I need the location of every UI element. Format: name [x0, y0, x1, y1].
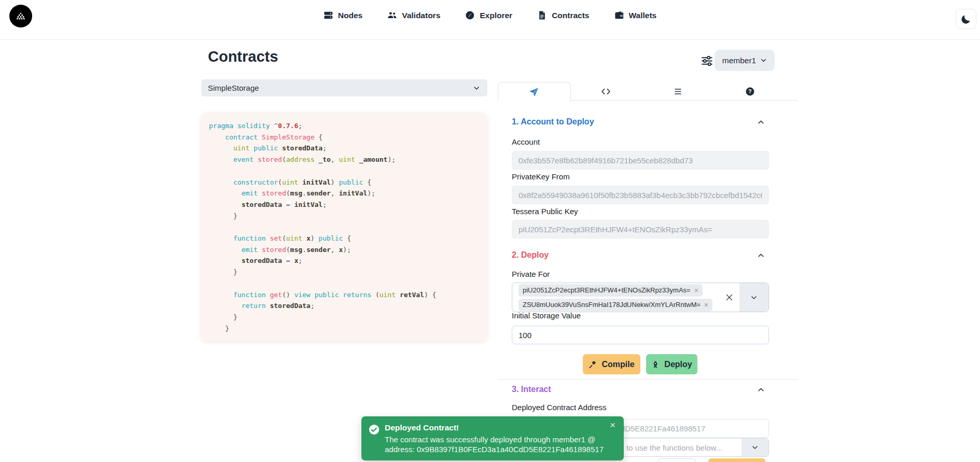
private-for-chips: piU2051ZcP2ecpt3REthHJFW4+tENOsZikRpz33y…	[512, 283, 719, 312]
nav-item-contracts[interactable]: Contracts	[537, 10, 589, 20]
nav-item-label: Explorer	[480, 11, 512, 20]
compass-icon	[465, 10, 475, 20]
tessera-label: Tessera Public Key	[512, 207, 578, 216]
compile-button[interactable]: Compile	[583, 354, 640, 374]
code-line: }	[209, 267, 436, 278]
theme-toggle-button[interactable]	[956, 9, 976, 29]
privatekey-field	[512, 186, 769, 204]
cutoff-button-primary[interactable]	[708, 458, 765, 462]
code-line: function get() view public returns (uint…	[209, 289, 436, 301]
toast-message-line1: The contract was successfully deployed t…	[385, 435, 595, 444]
toast-message-line2: address: 0x9B8397f1B0FEcD3a1a40CdD5E8221…	[385, 445, 604, 454]
dots-logo-icon	[15, 10, 26, 22]
code-line: constructor(uint initVal) public {	[209, 177, 436, 188]
wallet-icon	[614, 10, 624, 20]
list-icon	[673, 87, 683, 96]
initial-storage-label: Initial Storage Value	[512, 311, 581, 320]
deploy-button-label: Deploy	[664, 360, 692, 369]
chip-label: ZSU8mUuok39VuSnsFmHaI178JdUNekw/XmYLArRn…	[523, 301, 701, 309]
chip-label: piU2051ZcP2ecpt3REthHJFW4+tENOsZikRpz33y…	[523, 286, 691, 294]
contract-source-card: pragma solidity ^0.7.6; contract SimpleS…	[201, 113, 487, 341]
moon-icon	[960, 13, 972, 25]
chevron-down-icon	[751, 444, 759, 451]
panel-tab-list[interactable]	[642, 82, 714, 101]
users-icon	[387, 10, 397, 20]
top-navbar: NodesValidatorsExplorerContractsWallets	[0, 0, 980, 40]
section-deploy-header[interactable]: 2. Deploy	[512, 250, 549, 260]
code-line: pragma solidity ^0.7.6;	[209, 120, 436, 132]
nav-item-wallets[interactable]: Wallets	[614, 10, 657, 20]
nav-item-label: Nodes	[338, 11, 362, 20]
chevron-up-icon[interactable]	[757, 386, 765, 394]
toast-deployed: Deployed Contract! The contract was succ…	[361, 416, 624, 460]
account-selector[interactable]: member1	[715, 50, 775, 71]
chip-remove-icon[interactable]: ×	[704, 301, 708, 309]
code-line	[209, 165, 436, 177]
private-for-multiselect[interactable]: piU2051ZcP2ecpt3REthHJFW4+tENOsZikRpz33y…	[512, 283, 769, 312]
rocket-icon	[651, 360, 660, 369]
privatekey-label: PrivateKey From	[512, 172, 570, 181]
solidity-code: pragma solidity ^0.7.6; contract SimpleS…	[209, 120, 436, 334]
nav-item-nodes[interactable]: Nodes	[324, 10, 362, 20]
code-icon	[601, 87, 611, 96]
code-line: storedData = x;	[209, 255, 436, 267]
multiselect-caret[interactable]	[739, 283, 768, 312]
panel-tab-question[interactable]: ?	[714, 82, 786, 101]
toast-title: Deployed Contract!	[385, 423, 459, 432]
app-root: NodesValidatorsExplorerContractsWallets …	[0, 0, 980, 462]
private-for-chip: ZSU8mUuok39VuSnsFmHaI178JdUNekw/XmYLArRn…	[519, 299, 712, 311]
deployed-address-label: Deployed Contract Address	[512, 403, 607, 412]
code-line	[209, 278, 436, 289]
nav-menu: NodesValidatorsExplorerContractsWallets	[324, 10, 656, 20]
check-circle-icon	[369, 424, 380, 435]
panel-tab-send[interactable]	[498, 82, 571, 102]
code-line: uint public storedData;	[209, 143, 436, 154]
chevron-down-icon	[760, 57, 767, 64]
close-icon[interactable]: ×	[610, 420, 615, 430]
chevron-down-icon	[473, 85, 480, 92]
nav-item-validators[interactable]: Validators	[387, 10, 440, 20]
sliders-icon[interactable]	[701, 54, 713, 67]
nav-item-label: Validators	[402, 11, 440, 20]
code-line: }	[209, 323, 436, 334]
file-text-icon	[537, 10, 547, 20]
panel-tab-code[interactable]	[570, 82, 642, 101]
svg-text:?: ?	[748, 89, 751, 94]
chevron-down-icon	[750, 294, 758, 301]
contract-select[interactable]: SimpleStorage	[201, 79, 487, 96]
section-account-header[interactable]: 1. Account to Deploy	[512, 117, 594, 127]
tessera-field	[512, 220, 769, 239]
code-line: event stored(address _to, uint _amount);	[209, 154, 436, 165]
function-select-caret	[741, 439, 768, 456]
account-field	[512, 151, 769, 170]
contract-select-value: SimpleStorage	[201, 83, 473, 92]
chevron-up-icon[interactable]	[757, 251, 765, 259]
clear-all-icon[interactable]	[719, 283, 739, 312]
app-logo[interactable]	[9, 5, 32, 27]
account-selector-label: member1	[722, 56, 756, 65]
send-icon	[529, 87, 539, 97]
nav-item-label: Contracts	[552, 11, 589, 20]
code-line: }	[209, 312, 436, 323]
question-icon: ?	[745, 87, 755, 96]
section-interact-header[interactable]: 3. Interact	[512, 385, 551, 394]
section-divider	[498, 379, 797, 380]
compile-button-label: Compile	[601, 360, 634, 369]
code-line: return storedData;	[209, 300, 436, 312]
chevron-up-icon[interactable]	[757, 118, 765, 126]
code-line: }	[209, 211, 436, 222]
cutoff-button-secondary[interactable]	[657, 458, 696, 462]
code-line: contract SimpleStorage {	[209, 132, 436, 143]
private-for-label: Private For	[512, 270, 550, 278]
nav-item-label: Wallets	[629, 11, 657, 20]
code-line: emit stored(msg.sender, initVal);	[209, 188, 436, 199]
nav-item-explorer[interactable]: Explorer	[465, 10, 512, 20]
code-line: storedData = initVal;	[209, 199, 436, 211]
page-title: Contracts	[208, 48, 278, 65]
code-line: emit stored(msg.sender, x);	[209, 244, 436, 256]
chip-remove-icon[interactable]: ×	[694, 287, 698, 294]
initial-storage-input[interactable]	[512, 326, 769, 344]
code-line	[209, 221, 436, 233]
code-line: function set(uint x) public {	[209, 233, 436, 244]
deploy-button[interactable]: Deploy	[646, 354, 697, 374]
